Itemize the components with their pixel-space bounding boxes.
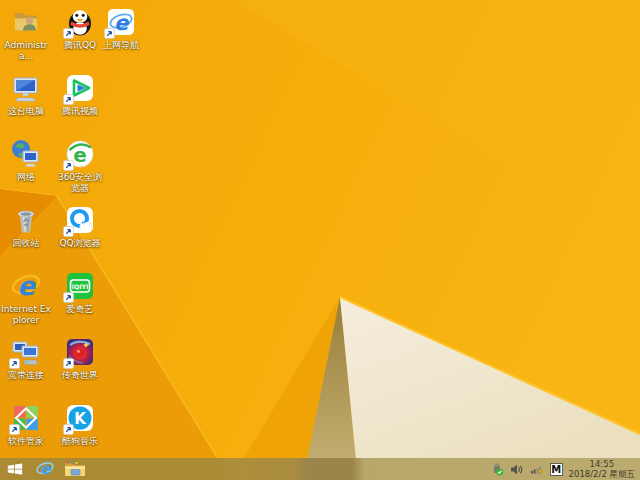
desktop: Administra... 这台电脑 网络 <box>0 0 640 458</box>
icon-label: QQ浏览器 <box>55 238 105 249</box>
desktop-icon-kugou-music[interactable]: K 酷狗音乐 <box>55 402 105 447</box>
svg-text:e: e <box>40 460 51 478</box>
svg-text:e: e <box>114 11 130 35</box>
svg-text:e: e <box>17 271 37 301</box>
desktop-icon-internet-explorer[interactable]: e Internet Explorer <box>1 270 51 326</box>
usb-device-tray-icon[interactable] <box>490 462 504 476</box>
taskbar-clock[interactable]: 14:55 2018/2/2 星期五 <box>569 459 635 479</box>
network-globe-icon <box>10 138 42 170</box>
icon-label: 腾讯视频 <box>55 106 105 117</box>
input-method-indicator[interactable]: M <box>550 463 563 476</box>
taskbar-file-explorer-button[interactable] <box>60 458 90 480</box>
clock-time: 14:55 <box>569 459 635 469</box>
user-folder-icon <box>10 6 42 38</box>
file-explorer-icon <box>64 460 86 478</box>
icon-label: 这台电脑 <box>1 106 51 117</box>
shortcut-arrow-icon <box>63 226 74 237</box>
desktop-icon-administrator[interactable]: Administra... <box>1 6 51 62</box>
svg-text:e: e <box>73 143 87 167</box>
desktop-icon-360-browser[interactable]: e 360安全浏览器 <box>55 138 105 194</box>
internet-explorer-icon: e <box>10 270 42 302</box>
volume-tray-icon[interactable] <box>510 462 524 476</box>
icon-label: 酷狗音乐 <box>55 436 105 447</box>
shortcut-arrow-icon <box>9 424 20 435</box>
desktop-icon-tencent-video[interactable]: 腾讯视频 <box>55 72 105 117</box>
svg-text:iQIYI: iQIYI <box>72 283 88 290</box>
desktop-icon-network[interactable]: 网络 <box>1 138 51 183</box>
recycle-bin-icon <box>10 204 42 236</box>
icon-label: 传奇世界 <box>55 370 105 381</box>
windows-logo-icon <box>6 460 24 478</box>
shortcut-arrow-icon <box>104 28 115 39</box>
desktop-icon-this-pc[interactable]: 这台电脑 <box>1 72 51 117</box>
svg-text:K: K <box>74 410 87 428</box>
icon-label: 爱奇艺 <box>55 304 105 315</box>
icon-label: 上网导航 <box>96 40 146 51</box>
icon-label: 网络 <box>1 172 51 183</box>
shortcut-arrow-icon <box>63 358 74 369</box>
desktop-icon-software-manager[interactable]: 软件管家 <box>1 402 51 447</box>
computer-icon <box>10 72 42 104</box>
icon-label: Internet Explorer <box>1 304 51 326</box>
desktop-icon-chuanqi-game[interactable]: 传奇世界 <box>55 336 105 381</box>
network-status-tray-icon[interactable] <box>530 462 544 476</box>
shortcut-arrow-icon <box>63 94 74 105</box>
clock-date: 2018/2/2 星期五 <box>569 469 635 479</box>
internet-explorer-icon: e <box>35 459 55 479</box>
shortcut-arrow-icon <box>9 358 20 369</box>
icon-label: 回收站 <box>1 238 51 249</box>
shortcut-arrow-icon <box>63 424 74 435</box>
icon-label: 软件管家 <box>1 436 51 447</box>
taskbar-ie-button[interactable]: e <box>30 458 60 480</box>
desktop-icon-recycle-bin[interactable]: 回收站 <box>1 204 51 249</box>
desktop-icon-iqiyi[interactable]: iQIYI 爱奇艺 <box>55 270 105 315</box>
desktop-icon-web-navigation[interactable]: e 上网导航 <box>96 6 146 51</box>
shortcut-arrow-icon <box>63 292 74 303</box>
desktop-icon-qq-browser[interactable]: QQ浏览器 <box>55 204 105 249</box>
shortcut-arrow-icon <box>63 28 74 39</box>
desktop-icon-broadband[interactable]: 宽带连接 <box>1 336 51 381</box>
icon-label: 宽带连接 <box>1 370 51 381</box>
icon-label: 360安全浏览器 <box>55 172 105 194</box>
start-button[interactable] <box>0 458 30 480</box>
icon-label: Administra... <box>1 40 51 62</box>
taskbar: e <box>0 458 640 480</box>
shortcut-arrow-icon <box>63 160 74 171</box>
system-tray: M 14:55 2018/2/2 星期五 <box>490 459 640 479</box>
